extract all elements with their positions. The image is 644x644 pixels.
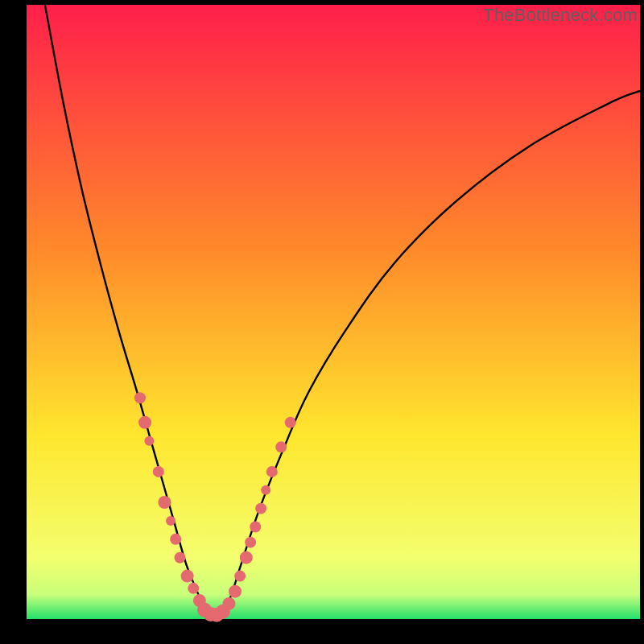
marker-dot xyxy=(261,485,270,495)
chart-frame: TheBottleneck.com xyxy=(0,0,644,644)
marker-dot xyxy=(138,416,151,429)
marker-dot xyxy=(266,466,278,477)
marker-dot xyxy=(222,597,235,610)
marker-dot xyxy=(275,441,287,452)
watermark-text: TheBottleneck.com xyxy=(483,5,638,26)
marker-dot xyxy=(170,534,181,545)
marker-dot xyxy=(245,537,256,548)
marker-dot xyxy=(240,551,253,564)
marker-dot xyxy=(158,496,171,509)
marker-dot xyxy=(229,585,242,598)
marker-dot xyxy=(255,503,266,514)
marker-dot xyxy=(285,417,296,428)
marker-dot xyxy=(250,522,261,533)
chart-svg xyxy=(27,5,640,619)
marker-dot xyxy=(166,516,175,526)
bottleneck-curve xyxy=(45,5,640,619)
marker-dot xyxy=(181,570,194,583)
marker-dot xyxy=(144,436,154,446)
marker-dot xyxy=(175,552,186,564)
marker-dot xyxy=(153,466,164,477)
marker-dot xyxy=(134,392,146,403)
marker-dot xyxy=(188,583,199,594)
marker-dots-group xyxy=(134,392,296,621)
marker-dot xyxy=(234,571,246,582)
